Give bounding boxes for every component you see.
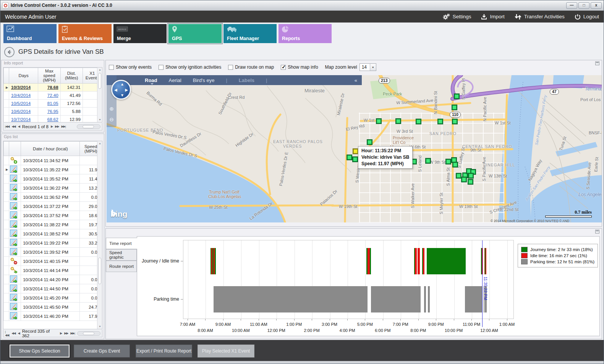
map-compass-control[interactable]: ▲▼ ◀▶ <box>111 80 131 100</box>
pager-first-button[interactable]: |◀◀ <box>5 330 9 337</box>
gps-marker[interactable] <box>462 177 466 182</box>
checked-checkbox-icon[interactable] <box>281 65 286 70</box>
gps-row[interactable]: 10/3/2014 11:46:20 PM17.93 <box>4 312 102 321</box>
cell-max-speed[interactable]: 68.62 <box>38 116 60 123</box>
gps-row[interactable]: 10/3/2014 11:35:52 PM11.47 <box>4 174 102 184</box>
map-panel-collapse-icon[interactable] <box>595 61 599 65</box>
maximize-button[interactable]: □ <box>578 2 589 9</box>
gps-row[interactable]: 10/3/2014 11:45:20 PM0.00 <box>4 293 102 303</box>
chevron-down-icon[interactable]: ▼ <box>370 64 376 71</box>
nav-tab-fleet-manager[interactable]: Fleet Manager <box>223 24 277 43</box>
column-header-date-hour-local[interactable]: Date / hour (local) <box>21 142 80 156</box>
close-button[interactable]: x <box>591 2 602 9</box>
gps-marker[interactable] <box>453 162 458 167</box>
pager-next-page-button[interactable]: ▶▶ <box>64 332 68 335</box>
max-speed-link[interactable]: 78.68 <box>47 85 58 90</box>
nav-tab-events-reviews[interactable]: Events & Reviews <box>58 24 112 43</box>
gps-row[interactable]: 10/3/2014 11:44:20 PM0.00 <box>4 275 102 284</box>
gps-marker[interactable] <box>396 119 401 124</box>
nav-tab-gps[interactable]: GPS <box>168 24 222 43</box>
gps-marker[interactable] <box>456 173 461 178</box>
nav-tab-reports[interactable]: Reports <box>279 24 332 43</box>
pager-next-button[interactable]: ▶ <box>60 332 62 335</box>
gps-marker[interactable] <box>347 155 352 160</box>
header-action-transfer-activities[interactable]: Transfer Activities <box>515 14 565 20</box>
day-link[interactable]: 10/7/2014 <box>11 117 31 122</box>
back-button[interactable] <box>4 47 15 57</box>
cell-max-speed[interactable]: 78.68 <box>38 84 60 92</box>
pager-prev-button[interactable]: ◀ <box>18 332 20 335</box>
table-row[interactable]: 10/7/201468.6212.99 <box>4 116 102 123</box>
map-style-road[interactable]: Road <box>145 77 157 83</box>
gps-marker[interactable] <box>438 119 443 124</box>
day-link[interactable]: 10/6/2014 <box>11 109 31 114</box>
gps-row[interactable]: 10/3/2014 11:39:22 PM33.21 <box>4 238 102 248</box>
map-nav-collapse-icon[interactable]: « <box>355 77 357 83</box>
checkbox-show-map-info[interactable]: Show map info <box>281 64 318 70</box>
cell-max-speed[interactable]: 72.40 <box>38 92 60 100</box>
pager-last-button[interactable]: ▶▶| <box>70 332 74 335</box>
header-action-import[interactable]: Import <box>481 14 504 20</box>
pager-prev-button[interactable]: ◀ <box>18 125 20 128</box>
cell-days[interactable]: 10/4/2014 <box>9 92 38 100</box>
cell-max-speed[interactable]: 81.05 <box>38 100 60 108</box>
gps-marker[interactable] <box>468 179 473 184</box>
gps-row[interactable]: 10/3/2014 11:36:52 PM0.00 <box>4 193 102 202</box>
column-header-dist-miles-[interactable]: Dist. (Miles) <box>60 68 83 84</box>
gps-marker[interactable] <box>452 119 457 124</box>
nav-tab-dashboard[interactable]: Dashboard <box>3 24 57 43</box>
gps-row[interactable]: 10/3/2014 11:37:22 PM29.05 <box>4 202 102 211</box>
gps-marker[interactable] <box>353 157 358 162</box>
day-link[interactable]: 10/5/2014 <box>11 101 31 106</box>
gps-list-vertical-scrollbar[interactable]: ▲ ▼ <box>97 141 102 329</box>
pager-first-button[interactable]: |◀◀ <box>5 125 9 128</box>
column-header-days[interactable]: Days <box>9 68 38 84</box>
gps-row[interactable]: 10/3/2014 11:38:52 PM30.55 <box>4 229 102 238</box>
gps-row[interactable]: 10/3/2014 11:37:52 PM18.63 <box>4 211 102 220</box>
pager-prev-page-button[interactable]: ◀◀ <box>11 332 15 335</box>
gps-row[interactable]: 10/3/2014 11:40:15 PM <box>4 257 102 266</box>
pager-prev-page-button[interactable]: ◀◀ <box>11 125 15 128</box>
gps-marker[interactable] <box>416 119 421 124</box>
table-row[interactable]: 10/4/201472.4041.49 <box>4 92 102 100</box>
header-action-settings[interactable]: Settings <box>442 13 471 20</box>
gps-marker[interactable] <box>468 173 473 178</box>
checkbox-draw-route-on-map[interactable]: Draw route on map <box>228 64 274 70</box>
gps-marker[interactable] <box>452 105 457 110</box>
column-header-max-speed-mph-[interactable]: Max speed (MPH) <box>38 68 60 84</box>
gps-marker[interactable] <box>426 158 431 163</box>
cell-max-speed[interactable]: 76.95 <box>38 108 60 116</box>
table-row[interactable]: 10/6/201476.955.88 <box>4 108 102 116</box>
day-link[interactable]: 10/3/2014 <box>11 85 31 90</box>
gps-marker[interactable] <box>367 140 372 145</box>
pager-last-button[interactable]: ▶▶| <box>61 125 65 128</box>
bing-map[interactable]: MiralestePeck ParkW Summerland AveCrest … <box>107 75 602 222</box>
gps-row[interactable]: 10/3/2014 11:39:52 PM0.00 <box>4 248 102 257</box>
cell-days[interactable]: 10/7/2014 <box>9 116 38 123</box>
gps-row[interactable]: ▶10/3/2014 11:35:22 PM11.97 <box>4 165 102 174</box>
pager-next-button[interactable]: ▶ <box>51 125 53 128</box>
max-speed-link[interactable]: 68.62 <box>47 117 58 122</box>
unchecked-checkbox-icon[interactable] <box>109 65 114 70</box>
gps-row[interactable]: 10/3/2014 11:34:52 PM <box>4 156 102 165</box>
table-row[interactable]: ▶10/3/201478.68142.31 <box>4 84 102 92</box>
nav-tab-merge[interactable]: MERGEMerge <box>113 24 167 43</box>
cell-days[interactable]: 10/6/2014 <box>9 108 38 116</box>
export-print-route-report-button[interactable]: Export / Print Route Report <box>136 345 192 358</box>
chart-tab-time-report[interactable]: Time report <box>106 238 137 249</box>
show-gps-selection-button[interactable]: Show Gps Selection <box>10 345 70 358</box>
info-report-horizontal-scrollbar[interactable] <box>77 124 100 129</box>
cell-days[interactable]: 10/3/2014 <box>9 84 38 92</box>
map-zoom-level-select[interactable]: 14▼ <box>359 63 376 71</box>
selected-gps-marker[interactable] <box>353 149 358 154</box>
map-style-aerial[interactable]: Aerial <box>169 77 181 83</box>
map-zoom-in-icon[interactable]: ⊕ <box>108 105 115 113</box>
gps-marker[interactable] <box>446 159 451 164</box>
checkbox-show-only-ignition-activities[interactable]: Show only ignition activities <box>159 64 221 70</box>
gps-row[interactable]: 10/3/2014 11:44:14 PM <box>4 266 102 275</box>
map-style-bird-s-eye[interactable]: Bird's eye <box>193 77 215 83</box>
info-report-vertical-scrollbar[interactable]: ▲ ▼ <box>97 68 102 122</box>
map-style-labels[interactable]: Labels <box>239 77 254 83</box>
header-action-logout[interactable]: Logout <box>575 14 599 20</box>
create-gps-event-button[interactable]: Create Gps Event <box>74 345 130 358</box>
